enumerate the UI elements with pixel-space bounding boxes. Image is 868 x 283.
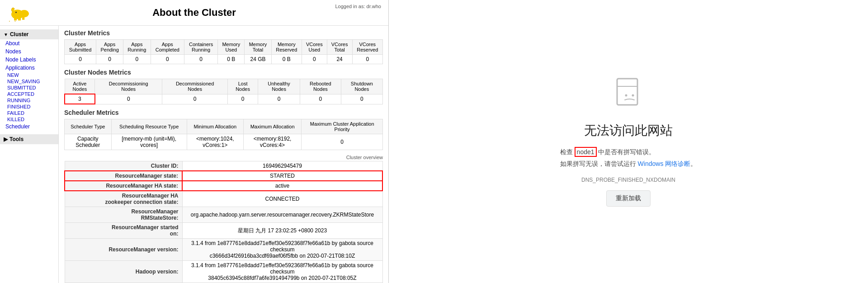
hadoop-panel: hadoop About the Cluster Logged in as: d… [0, 0, 389, 283]
error-desc-mid: 中是否有拼写错误。 [597, 148, 656, 156]
hadoop-logo-icon: hadoop [7, 4, 34, 22]
col-vcores-total: VCoresTotal [327, 40, 352, 55]
col-apps-completed: AppsCompleted [151, 40, 184, 55]
cluster-overview-table: Cluster ID: 1694962945479 ResourceManage… [64, 161, 383, 283]
error-network-diag-link[interactable]: Windows 网络诊断 [638, 160, 691, 167]
val-apps-submitted: 0 [65, 55, 96, 64]
col-apps-pending: AppsPending [96, 40, 123, 55]
col-decommissioning-nodes: DecommissioningNodes [95, 79, 162, 94]
error-panel: 无法访问此网站 检查 node1 中是否有拼写错误。 如果拼写无误，请尝试运行 … [389, 0, 868, 283]
val-decommissioning-nodes: 0 [95, 94, 162, 104]
val-max-cluster-priority: 0 [302, 134, 383, 150]
val-active-nodes: 3 [65, 94, 95, 104]
val-lost-nodes: 0 [228, 94, 258, 104]
sidebar-tools-header[interactable]: ▶ Tools [0, 134, 58, 144]
col-rebooted-nodes: RebootedNodes [300, 79, 341, 94]
error-node-highlight: node1 [575, 147, 597, 157]
table-row: ResourceManager HAzookeeper connection s… [65, 191, 382, 207]
col-vcores-reserved: VCoresReserved [352, 40, 383, 55]
val-shutdown-nodes: 0 [341, 94, 382, 104]
svg-rect-4 [22, 16, 24, 20]
label-rm-version: ResourceManager version: [65, 239, 182, 261]
label-rm-started: ResourceManager startedon: [65, 223, 182, 239]
col-apps-running: AppsRunning [123, 40, 151, 55]
val-containers-running: 0 [184, 55, 217, 64]
label-rm-ha-state: ResourceManager HA state: [65, 181, 182, 191]
sidebar: ▼ Cluster About Nodes Node Labels Applic… [0, 26, 59, 283]
val-vcores-total: 24 [327, 55, 352, 64]
table-row: Hadoop version: 3.1.4 from 1e877761e8dad… [65, 261, 382, 283]
sidebar-item-killed[interactable]: KILLED [4, 116, 58, 123]
cluster-nodes-metrics-title: Cluster Nodes Metrics [64, 69, 383, 76]
val-max-allocation: <memory:8192,vCores:4> [243, 134, 302, 150]
cluster-nodes-metrics-table: ActiveNodes DecommissioningNodes Decommi… [64, 79, 383, 104]
col-min-allocation: Minimum Allocation [187, 119, 243, 134]
svg-point-1 [19, 10, 29, 18]
table-row: ResourceManagerRMStateStore: org.apache.… [65, 207, 382, 223]
sidebar-cluster-header[interactable]: ▼ Cluster [0, 29, 58, 39]
sidebar-item-accepted[interactable]: ACCEPTED [4, 91, 58, 97]
col-memory-used: MemoryUsed [218, 40, 245, 55]
main-content: ▼ Cluster About Nodes Node Labels Applic… [0, 26, 388, 283]
sidebar-cluster-label: Cluster [10, 31, 28, 38]
col-max-allocation: Maximum Allocation [243, 119, 302, 134]
sidebar-item-submitted[interactable]: SUBMITTED [4, 85, 58, 91]
sidebar-item-node-labels[interactable]: Node Labels [0, 56, 58, 64]
cluster-overview-header: Cluster overview [64, 155, 383, 160]
col-shutdown-nodes: ShutdownNodes [341, 79, 382, 94]
val-rm-state-store: org.apache.hadoop.yarn.server.resourcema… [182, 207, 382, 223]
error-desc-prefix: 检查 [560, 148, 575, 156]
table-row-rm-state: ResourceManager state: STARTED [65, 171, 382, 181]
cluster-collapse-icon: ▼ [4, 32, 8, 37]
table-row: Cluster ID: 1694962945479 [65, 161, 382, 171]
val-rm-ha-state: active [182, 181, 382, 191]
val-hadoop-version: 3.1.4 from 1e877761e8dadd71effef30e59236… [182, 261, 382, 283]
error-title: 无法访问此网站 [584, 122, 673, 139]
label-rm-state-store: ResourceManagerRMStateStore: [65, 207, 182, 223]
sidebar-item-nodes[interactable]: Nodes [0, 47, 58, 56]
error-desc2-suffix: 。 [690, 160, 697, 167]
val-cluster-id: 1694962945479 [182, 161, 382, 171]
svg-point-6 [15, 12, 17, 13]
val-scheduler-type: CapacityScheduler [65, 134, 112, 150]
sidebar-item-about[interactable]: About [0, 39, 58, 47]
sidebar-item-applications[interactable]: Applications [0, 64, 58, 72]
col-containers-running: ContainersRunning [184, 40, 217, 55]
sidebar-item-failed[interactable]: FAILED [4, 110, 58, 116]
logo: hadoop [7, 4, 34, 22]
sidebar-item-running[interactable]: RUNNING [4, 97, 58, 104]
scheduler-metrics-table: Scheduler Type Scheduling Resource Type … [64, 119, 383, 150]
label-rm-state: ResourceManager state: [65, 171, 182, 181]
reload-button[interactable]: 重新加载 [606, 190, 651, 207]
val-memory-reserved: 0 B [271, 55, 302, 64]
val-decommissioned-nodes: 0 [162, 94, 228, 104]
svg-point-11 [632, 94, 634, 97]
error-icon [613, 76, 644, 115]
applications-sub-links: NEW NEW_SAVING SUBMITTED ACCEPTED RUNNIN… [0, 72, 58, 123]
col-lost-nodes: LostNodes [228, 79, 258, 94]
sidebar-item-finished[interactable]: FINISHED [4, 104, 58, 110]
val-memory-total: 24 GB [245, 55, 271, 64]
val-apps-running: 0 [123, 55, 151, 64]
sidebar-item-new[interactable]: NEW [4, 72, 58, 78]
col-memory-total: MemoryTotal [245, 40, 271, 55]
val-vcores-used: 0 [302, 55, 327, 64]
col-memory-reserved: MemoryReserved [271, 40, 302, 55]
svg-rect-3 [18, 17, 21, 21]
sidebar-tools-label: Tools [9, 136, 24, 142]
val-unhealthy-nodes: 0 [258, 94, 300, 104]
table-row: ResourceManager startedon: 星期日 九月 17 23:… [65, 223, 382, 239]
sidebar-item-scheduler[interactable]: Scheduler [0, 123, 58, 131]
logged-in-status: Logged in as: dr.who [335, 4, 381, 9]
page-title: About the Cluster [152, 7, 236, 19]
col-active-nodes: ActiveNodes [65, 79, 95, 94]
col-apps-submitted: AppsSubmitted [65, 40, 96, 55]
scheduler-metrics-title: Scheduler Metrics [64, 109, 383, 116]
label-cluster-id: Cluster ID: [65, 161, 182, 171]
svg-rect-8 [617, 79, 637, 105]
col-max-cluster-priority: Maximum Cluster ApplicationPriority [302, 119, 383, 134]
col-scheduling-resource-type: Scheduling Resource Type [111, 119, 187, 134]
sidebar-item-new-saving[interactable]: NEW_SAVING [4, 78, 58, 85]
cluster-metrics-table: AppsSubmitted AppsPending AppsRunning Ap… [64, 39, 383, 64]
val-apps-pending: 0 [96, 55, 123, 64]
